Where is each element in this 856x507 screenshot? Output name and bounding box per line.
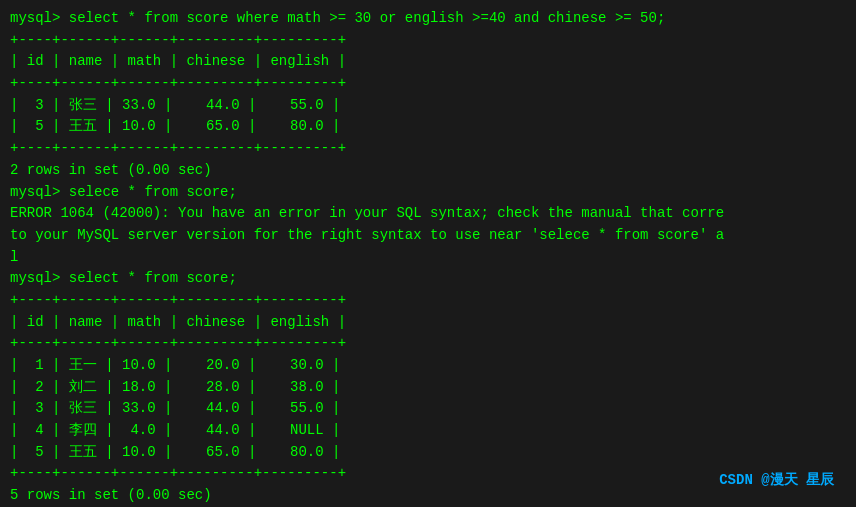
terminal-line: mysql> select * from score; [10, 268, 846, 290]
terminal-line: +----+------+------+---------+---------+ [10, 333, 846, 355]
terminal-line: | 1 | 王一 | 10.0 | 20.0 | 30.0 | [10, 355, 846, 377]
terminal-line: | 3 | 张三 | 33.0 | 44.0 | 55.0 | [10, 398, 846, 420]
terminal-line: mysql> select * from score where math >=… [10, 8, 846, 30]
terminal-line: | 5 | 王五 | 10.0 | 65.0 | 80.0 | [10, 442, 846, 464]
terminal-line: +----+------+------+---------+---------+ [10, 30, 846, 52]
terminal-line: to your MySQL server version for the rig… [10, 225, 846, 247]
terminal-content: mysql> select * from score where math >=… [10, 8, 846, 507]
terminal-window: mysql> select * from score where math >=… [10, 8, 846, 499]
terminal-line: +----+------+------+---------+---------+ [10, 138, 846, 160]
terminal-line: ERROR 1064 (42000): You have an error in… [10, 203, 846, 225]
terminal-line: +----+------+------+---------+---------+ [10, 73, 846, 95]
terminal-line: | 5 | 王五 | 10.0 | 65.0 | 80.0 | [10, 116, 846, 138]
terminal-line: +----+------+------+---------+---------+ [10, 290, 846, 312]
terminal-line: l [10, 247, 846, 269]
terminal-line: | id | name | math | chinese | english | [10, 312, 846, 334]
terminal-line: | 3 | 张三 | 33.0 | 44.0 | 55.0 | [10, 95, 846, 117]
terminal-line: 2 rows in set (0.00 sec) [10, 160, 846, 182]
terminal-line: | id | name | math | chinese | english | [10, 51, 846, 73]
watermark: CSDN @漫天 星辰 [719, 470, 834, 491]
terminal-line: | 4 | 李四 | 4.0 | 44.0 | NULL | [10, 420, 846, 442]
terminal-line: | 2 | 刘二 | 18.0 | 28.0 | 38.0 | [10, 377, 846, 399]
terminal-line: mysql> selece * from score; [10, 182, 846, 204]
